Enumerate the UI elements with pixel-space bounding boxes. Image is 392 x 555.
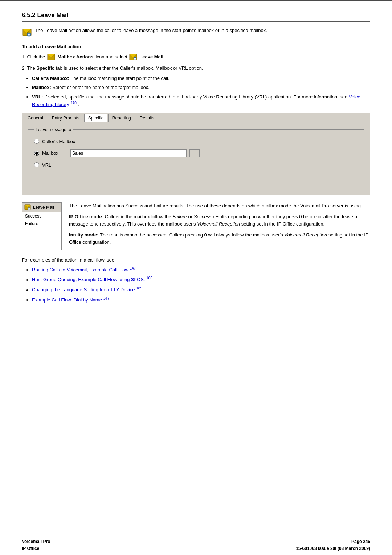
footer-left: Voicemail Pro IP Office [22, 538, 50, 552]
svg-text:M: M [134, 58, 136, 60]
result-text-area: The Leave Mail action has Success and Fa… [69, 202, 370, 250]
list-item: Example Call Flow: Dial by Name 347 . [32, 296, 370, 304]
bullet-bold-1: Mailbox: [32, 85, 51, 90]
footer-right: Page 246 15-601063 Issue 20l (03 March 2… [296, 538, 370, 552]
tab-specific[interactable]: Specific [84, 114, 107, 122]
browse-button[interactable]: ... [189, 149, 200, 157]
step1-bold: Mailbox Actions [57, 53, 93, 61]
mailbox-input[interactable] [70, 149, 187, 157]
leave-mail-icon-step1: M [129, 53, 137, 61]
list-item: Hunt Group Queuing, Example Call Flow us… [32, 275, 370, 283]
step2-text: 2. The Specific tab is used to select ei… [22, 65, 370, 72]
tab-entry-prompts[interactable]: Entry Prompts [48, 114, 83, 122]
bullet-bold-0: Caller's Mailbox: [32, 76, 69, 81]
examples-list: Routing Calls to Voicemail, Example Call… [22, 266, 370, 304]
list-item: Caller's Mailbox: The mailbox matching t… [32, 75, 370, 82]
example-link-2[interactable]: Changing the Language Setting for a TTY … [32, 287, 135, 293]
bullet-text-2: If selected, specifies that the message … [44, 94, 347, 100]
bullet-text-0: The mailbox matching the start point of … [70, 76, 169, 81]
result-para-0: The Leave Mail action has Success and Fa… [69, 202, 370, 210]
intro-row: M The Leave Mail action allows the calle… [22, 27, 370, 37]
tab-content: Leave message to Caller's Mailbox Mailbo… [22, 122, 370, 195]
svg-text:M: M [28, 208, 30, 210]
footer-left-line2: IP Office [22, 545, 50, 552]
content-area: 6.5.2 Leave Mail M The Leave Mail action… [0, 1, 392, 535]
step2-bold: Specific [36, 65, 54, 71]
ip-office-mode-label: IP Office mode: [69, 214, 103, 219]
result-box-title: Leave Mail [33, 205, 54, 210]
tab-bar: General Entry Prompts Specific Reporting… [22, 113, 370, 122]
radio-group: Caller's Mailbox Mailbox ... [34, 139, 358, 168]
leave-mail-icon-intro: M [22, 27, 32, 37]
bullet-trail-2: . [78, 102, 79, 107]
step2-rest: tab is used to select either the Caller'… [56, 65, 203, 71]
radio-callers-mailbox-row: Caller's Mailbox [34, 139, 358, 144]
tab-panel: General Entry Prompts Specific Reporting… [22, 113, 370, 195]
result-para-2: Intuity mode: The results cannot be acce… [69, 231, 370, 246]
bullet-text-1: Select or enter the name of the target m… [52, 85, 149, 90]
footer-right-line2: 15-601063 Issue 20l (03 March 2009) [296, 545, 370, 552]
step1-pre: 1. Click the [22, 53, 45, 61]
tab-reporting[interactable]: Reporting [108, 114, 135, 122]
result-para-2-text: The results cannot be accessed. Callers … [69, 232, 368, 245]
page-container: 6.5.2 Leave Mail M The Leave Mail action… [0, 0, 392, 555]
list-item: Changing the Language Setting for a TTY … [32, 285, 370, 293]
result-box-header: M Leave Mail [22, 203, 61, 212]
example-ref-3: 347 [103, 296, 110, 300]
radio-vrl-label: VRL [42, 162, 51, 168]
step2-num: 2. The [22, 65, 35, 71]
result-para-1: IP Office mode: Callers in the mailbox f… [69, 213, 370, 228]
result-item-success: Success [22, 212, 61, 220]
bullet-list: Caller's Mailbox: The mailbox matching t… [22, 75, 370, 108]
tab-general[interactable]: General [24, 114, 47, 122]
radio-vrl-row: VRL [34, 162, 358, 168]
result-box: M Leave Mail Success Failure [22, 202, 62, 250]
examples-intro: For examples of the action in a call flo… [22, 257, 370, 263]
add-action-heading: To add a Leave Mail action: [22, 44, 370, 49]
list-item: VRL: If selected, specifies that the mes… [32, 93, 370, 108]
result-item-failure: Failure [22, 220, 61, 227]
example-ref-2: 185 [136, 286, 142, 290]
step1-mid: icon and select [96, 53, 127, 61]
footer-left-line1: Voicemail Pro [22, 538, 50, 545]
radio-mailbox-label: Mailbox [42, 150, 68, 156]
radio-callers-mailbox-label: Caller's Mailbox [42, 139, 75, 144]
tab-results[interactable]: Results [136, 114, 158, 122]
svg-text:M: M [28, 33, 30, 37]
section-title: 6.5.2 Leave Mail [22, 12, 370, 22]
example-ref-0: 147 [130, 266, 136, 270]
intro-text: The Leave Mail action allows the caller … [35, 27, 267, 34]
fieldset-legend: Leave message to [34, 127, 73, 132]
mailbox-actions-icon [47, 53, 55, 61]
example-ref-1: 166 [146, 276, 152, 280]
step1-row: 1. Click the Mailbox Actions icon and se… [22, 53, 370, 61]
radio-mailbox[interactable] [34, 151, 39, 156]
radio-callers-mailbox[interactable] [34, 139, 39, 144]
example-link-0[interactable]: Routing Calls to Voicemail, Example Call… [32, 267, 128, 272]
example-link-1[interactable]: Hunt Group Queuing, Example Call Flow us… [32, 277, 145, 283]
result-para-1-text: Callers in the mailbox follow the Failur… [69, 214, 357, 227]
bullet-bold-2: VRL: [32, 94, 43, 100]
radio-mailbox-row: Mailbox ... [34, 149, 358, 157]
list-item: Routing Calls to Voicemail, Example Call… [32, 266, 370, 274]
step1-bold2: Leave Mail [139, 53, 163, 61]
intuity-mode-label: Intuity mode: [69, 232, 99, 238]
footer-right-line1: Page 246 [296, 538, 370, 545]
vrl-ref: 170 [70, 101, 77, 105]
step1-dot: . [166, 53, 167, 61]
result-box-icon: M [24, 204, 31, 211]
result-box-items: Success Failure [22, 212, 61, 227]
page-footer: Voicemail Pro IP Office Page 246 15-6010… [0, 535, 392, 555]
list-item: Mailbox: Select or enter the name of the… [32, 84, 370, 91]
leave-message-fieldset: Leave message to Caller's Mailbox Mailbo… [28, 127, 364, 174]
leave-mail-result-section: M Leave Mail Success Failure The Leave M… [22, 202, 370, 250]
example-link-3[interactable]: Example Call Flow: Dial by Name [32, 297, 102, 303]
radio-vrl[interactable] [34, 162, 39, 167]
